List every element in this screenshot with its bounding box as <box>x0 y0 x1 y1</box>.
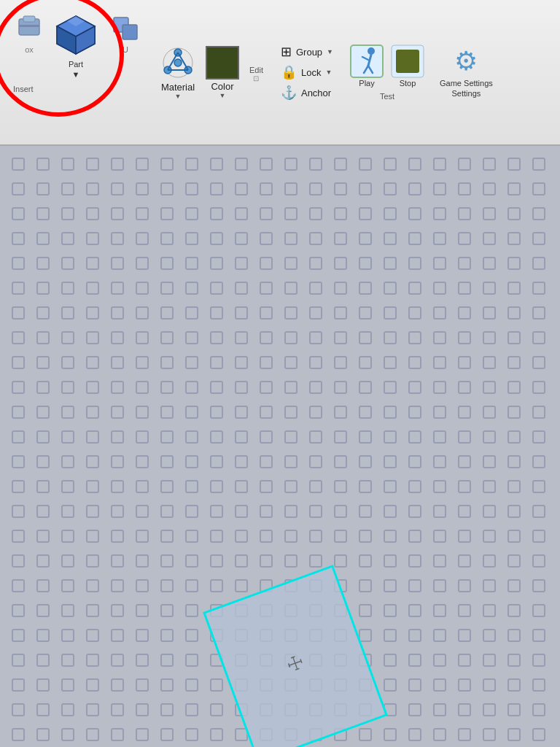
anchor-button[interactable]: ⚓ Anchor <box>281 85 331 101</box>
stud <box>359 579 372 592</box>
game-settings-label[interactable]: Game Settings <box>440 78 493 88</box>
stud <box>408 207 421 220</box>
stud <box>508 356 521 369</box>
stud <box>483 430 496 444</box>
stud <box>458 505 471 518</box>
stud-cell <box>427 400 452 425</box>
lock-button[interactable]: 🔒 Lock ▼ <box>281 64 332 80</box>
stud-cell <box>105 697 130 722</box>
stud <box>309 505 322 518</box>
part-button[interactable]: Part ▼ <box>48 9 104 82</box>
stud-cell <box>526 251 551 276</box>
stud-cell <box>477 598 502 623</box>
stud <box>160 406 174 419</box>
stud-cell <box>452 549 477 573</box>
insert-section: ox Part ▼ <box>7 6 150 139</box>
material-button[interactable]: Material ▼ <box>160 45 195 100</box>
stud <box>508 381 521 394</box>
group-icon: ⊞ <box>281 44 292 60</box>
stud-cell <box>477 722 502 747</box>
stud-cell <box>105 226 130 251</box>
play-button[interactable]: Play <box>349 44 384 88</box>
stud-cell <box>31 325 55 350</box>
stop-button[interactable]: Stop <box>390 44 425 88</box>
stud <box>160 430 174 444</box>
stud <box>111 182 124 196</box>
stud <box>508 257 521 270</box>
stud-cell <box>353 251 378 276</box>
stud-cell <box>6 226 31 251</box>
stud <box>36 554 50 568</box>
stud-cell <box>254 474 279 499</box>
stud <box>136 654 149 667</box>
stud <box>508 232 521 245</box>
stud-cell <box>526 499 551 524</box>
stud-cell <box>31 177 55 201</box>
stud-cell <box>378 549 402 573</box>
stud <box>111 158 124 171</box>
stud-cell <box>378 325 402 350</box>
stud-cell <box>55 276 80 301</box>
stud <box>483 604 496 617</box>
canvas-viewport[interactable]: ☩ <box>0 146 560 747</box>
stud-cell <box>378 276 402 301</box>
stud-cell <box>80 573 105 598</box>
stud <box>483 505 496 518</box>
stud-cell <box>502 276 526 301</box>
stud <box>61 158 74 171</box>
stud <box>284 554 298 568</box>
stud-cell <box>477 697 502 722</box>
stud <box>508 158 521 171</box>
stud <box>111 604 124 617</box>
stud-cell <box>31 623 55 648</box>
stud <box>36 257 50 270</box>
stud-cell <box>427 648 452 673</box>
stud <box>260 232 273 245</box>
stud <box>384 554 397 568</box>
stud <box>408 406 421 419</box>
stud-cell <box>204 697 229 722</box>
stud-cell <box>452 573 477 598</box>
stud <box>309 455 322 468</box>
stud <box>433 306 446 320</box>
stud <box>235 306 248 320</box>
stud <box>185 306 198 320</box>
stud <box>433 530 446 543</box>
settings-label[interactable]: Settings <box>452 88 481 98</box>
stud-cell <box>204 375 229 400</box>
stud-cell <box>155 251 179 276</box>
stud-cell <box>130 425 155 449</box>
stud-cell <box>6 152 31 177</box>
color-button[interactable]: Color ▼ <box>206 46 239 99</box>
stud-cell <box>402 449 427 474</box>
union-button[interactable]: U <box>106 9 144 57</box>
stud-cell <box>427 177 452 201</box>
stud <box>61 505 74 518</box>
stud-cell <box>254 449 279 474</box>
stud-cell <box>6 449 31 474</box>
stud <box>384 331 397 344</box>
stud-cell <box>130 549 155 573</box>
group-button[interactable]: ⊞ Group ▼ <box>281 44 333 60</box>
anchor-icon: ⚓ <box>281 85 297 101</box>
stud-cell <box>378 152 402 177</box>
stud-cell <box>31 722 55 747</box>
stud <box>36 678 50 692</box>
stud-cell <box>204 276 229 301</box>
stud <box>384 207 397 220</box>
stud-cell <box>402 350 427 375</box>
stud-cell <box>204 251 229 276</box>
toolbox-button[interactable]: ox <box>13 9 45 57</box>
stud <box>185 182 198 196</box>
stud <box>309 381 322 394</box>
stud <box>185 554 198 568</box>
stud-cell <box>279 524 303 549</box>
stud-cell <box>427 623 452 648</box>
stud <box>12 282 25 295</box>
stud-cell <box>55 449 80 474</box>
stud-cell <box>130 177 155 201</box>
stud-cell <box>204 325 229 350</box>
stud <box>433 629 446 642</box>
stud <box>508 703 521 716</box>
stud <box>185 505 198 518</box>
